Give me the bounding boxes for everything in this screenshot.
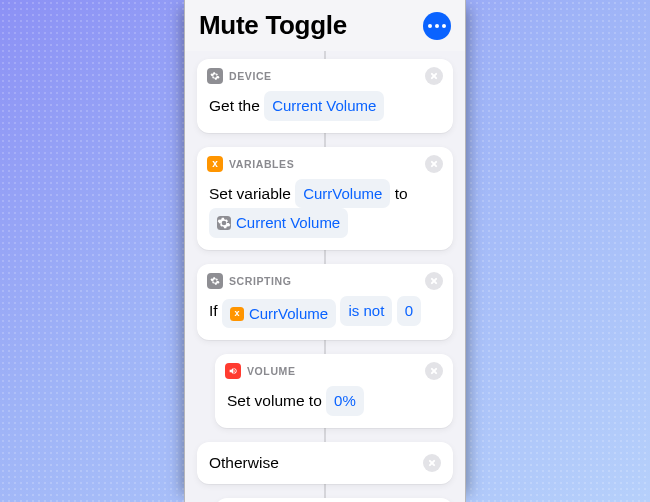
variable-icon: x [207, 156, 223, 172]
action-otherwise[interactable]: Otherwise [197, 442, 453, 484]
delete-action-icon[interactable] [425, 362, 443, 380]
delete-action-icon[interactable] [425, 272, 443, 290]
gear-icon [207, 273, 223, 289]
token-variable-value[interactable]: Current Volume [209, 208, 348, 238]
token-current-volume[interactable]: Current Volume [264, 91, 384, 121]
more-button[interactable] [423, 12, 451, 40]
token-condition-value[interactable]: 0 [397, 296, 421, 326]
shortcut-editor: Mute Toggle DEVICE Get the Current Volum… [184, 0, 466, 502]
action-text: Set variable [209, 185, 291, 202]
action-category: VARIABLES [229, 158, 294, 170]
action-set-volume[interactable]: VOLUME Set volume to 50% [215, 498, 453, 502]
action-get-volume[interactable]: DEVICE Get the Current Volume [197, 59, 453, 133]
variable-icon: x [230, 307, 244, 321]
action-set-variable[interactable]: x VARIABLES Set variable CurrVolume to C… [197, 147, 453, 251]
action-category: DEVICE [229, 70, 272, 82]
gear-icon [217, 216, 231, 230]
action-text: Otherwise [209, 454, 279, 472]
action-set-volume[interactable]: VOLUME Set volume to 0% [215, 354, 453, 428]
token-condition-operator[interactable]: is not [340, 296, 392, 326]
action-text: to [395, 185, 408, 202]
titlebar: Mute Toggle [185, 0, 465, 51]
sound-icon [225, 363, 241, 379]
action-category: SCRIPTING [229, 275, 292, 287]
action-canvas[interactable]: DEVICE Get the Current Volume x VARIABLE… [185, 51, 465, 502]
delete-action-icon[interactable] [425, 67, 443, 85]
delete-action-icon[interactable] [423, 454, 441, 472]
token-volume-value[interactable]: 0% [326, 386, 364, 416]
delete-action-icon[interactable] [425, 155, 443, 173]
action-text: If [209, 302, 218, 319]
gear-icon [207, 68, 223, 84]
token-condition-variable[interactable]: x CurrVolume [222, 299, 336, 329]
action-if[interactable]: SCRIPTING If x CurrVolume is not 0 [197, 264, 453, 340]
token-variable-name[interactable]: CurrVolume [295, 179, 390, 209]
action-text: Set volume to [227, 392, 322, 409]
action-category: VOLUME [247, 365, 296, 377]
shortcut-title: Mute Toggle [199, 10, 347, 41]
action-text: Get the [209, 97, 260, 114]
